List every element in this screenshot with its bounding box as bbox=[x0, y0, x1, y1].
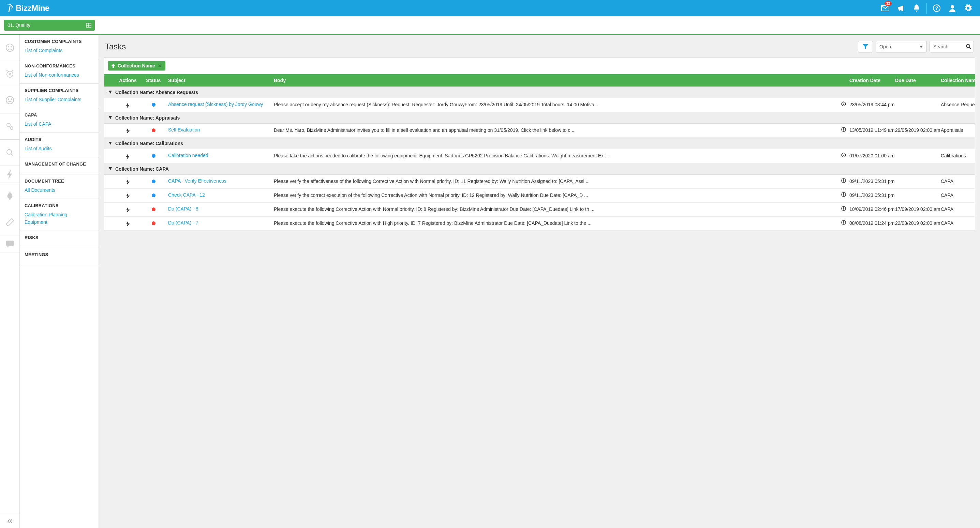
subject-link[interactable]: Check CAPA - 12 bbox=[168, 192, 205, 198]
svg-rect-29 bbox=[843, 194, 844, 196]
user-button[interactable] bbox=[945, 0, 960, 16]
collapse-icon bbox=[7, 519, 13, 523]
nav-link[interactable]: List of CAPA bbox=[25, 120, 94, 128]
magnifier-icon bbox=[5, 148, 14, 157]
row-action[interactable] bbox=[114, 152, 142, 159]
sidebar-icon-doctree[interactable] bbox=[0, 183, 19, 209]
group-by-remove[interactable]: ✕ bbox=[158, 63, 162, 68]
help-button[interactable]: ? bbox=[929, 0, 945, 16]
topbar: BizzMine 32 ? bbox=[0, 0, 980, 16]
svg-point-33 bbox=[843, 207, 844, 208]
sidebar-icon-capa[interactable] bbox=[0, 113, 19, 140]
messages-button[interactable]: 32 bbox=[877, 0, 893, 16]
sidebar-icon-risks[interactable]: ! bbox=[0, 235, 19, 252]
nav-link[interactable]: Calibration Planning bbox=[25, 211, 94, 218]
col-due-date[interactable]: Due Date bbox=[895, 78, 941, 83]
nav-section-title: SUPPLIER COMPLAINTS bbox=[25, 88, 94, 93]
user-icon bbox=[949, 5, 956, 12]
subject-link[interactable]: CAPA - Verify Effectiveness bbox=[168, 178, 226, 184]
info-icon[interactable] bbox=[841, 220, 846, 227]
table-row[interactable]: Do (CAPA) - 7Please execute the followin… bbox=[104, 217, 975, 231]
row-action[interactable] bbox=[114, 220, 142, 227]
body-text: Please verify the correct execution of t… bbox=[274, 192, 588, 198]
caret-down-icon bbox=[109, 167, 112, 170]
info-icon[interactable] bbox=[841, 206, 846, 212]
info-icon[interactable] bbox=[841, 192, 846, 198]
sidebar-icon-complaints[interactable] bbox=[0, 35, 19, 61]
nav-link[interactable]: List of Non-conformances bbox=[25, 71, 94, 79]
nav-link[interactable]: List of Audits bbox=[25, 145, 94, 152]
nav-section-title: NON-CONFORMANCES bbox=[25, 63, 94, 68]
brand-logo[interactable]: BizzMine bbox=[6, 3, 49, 13]
nav-section: NON-CONFORMANCESList of Non-conformances bbox=[20, 59, 99, 84]
info-icon[interactable] bbox=[841, 178, 846, 185]
row-action[interactable] bbox=[114, 101, 142, 108]
collection-name: Appraisals bbox=[941, 127, 975, 133]
table-row[interactable]: Do (CAPA) - 8Please execute the followin… bbox=[104, 203, 975, 217]
col-status[interactable]: Status bbox=[142, 78, 165, 83]
status-dot bbox=[152, 128, 156, 132]
row-action[interactable] bbox=[114, 206, 142, 213]
group-header[interactable]: Collection Name: CAPA bbox=[104, 163, 975, 175]
group-header[interactable]: Collection Name: Absence Requests bbox=[104, 87, 975, 98]
caret-down-icon bbox=[109, 142, 112, 145]
nav-link[interactable]: List of Complaints bbox=[25, 47, 94, 54]
sad-face-icon bbox=[5, 43, 14, 52]
group-header[interactable]: Collection Name: Appraisals bbox=[104, 112, 975, 124]
nav-link[interactable]: List of Supplier Complaints bbox=[25, 96, 94, 103]
table-row[interactable]: CAPA - Verify EffectivenessPlease verify… bbox=[104, 175, 975, 189]
sidebar-collapse-button[interactable] bbox=[0, 514, 19, 528]
svg-point-24 bbox=[843, 154, 844, 154]
col-body[interactable]: Body bbox=[271, 78, 850, 83]
svg-point-5 bbox=[8, 46, 9, 48]
row-action[interactable] bbox=[114, 127, 142, 134]
subject-link[interactable]: Calibration needed bbox=[168, 152, 208, 158]
sort-asc-icon bbox=[111, 64, 115, 68]
subject-link[interactable]: Self Evaluation bbox=[168, 127, 200, 133]
search-icon bbox=[966, 44, 971, 49]
bolt-icon bbox=[6, 170, 13, 179]
svg-rect-26 bbox=[843, 180, 844, 182]
filter-button[interactable] bbox=[858, 41, 873, 52]
sidebar-icon-supplier[interactable] bbox=[0, 87, 19, 113]
group-label: Collection Name: Absence Requests bbox=[115, 90, 198, 95]
group-label: Collection Name: Appraisals bbox=[115, 115, 180, 121]
collection-name: Calibrations bbox=[941, 152, 975, 159]
col-creation-date[interactable]: Creation Date bbox=[850, 78, 895, 83]
nav-link[interactable]: All Documents bbox=[25, 186, 94, 194]
sidebar-icon-nonconformances[interactable] bbox=[0, 61, 19, 87]
status-filter-dropdown[interactable]: Open bbox=[876, 41, 927, 52]
table-row[interactable]: Absence request (Sickness) by Jordy Gouw… bbox=[104, 98, 975, 112]
subject-link[interactable]: Absence request (Sickness) by Jordy Gouw… bbox=[168, 101, 263, 107]
group-by-chip[interactable]: Collection Name ✕ bbox=[108, 61, 165, 70]
svg-rect-32 bbox=[843, 208, 844, 210]
row-action[interactable] bbox=[114, 178, 142, 185]
col-subject[interactable]: Subject bbox=[165, 78, 271, 83]
subject-link[interactable]: Do (CAPA) - 7 bbox=[168, 220, 198, 225]
due-date: 17/09/2019 02:00 am bbox=[895, 206, 941, 212]
subject-link[interactable]: Do (CAPA) - 8 bbox=[168, 206, 198, 211]
creation-date: 01/07/2020 01:00 am bbox=[850, 152, 895, 159]
svg-text:!: ! bbox=[9, 241, 11, 245]
sidebar-icon-calibrations[interactable] bbox=[0, 209, 19, 235]
table-row[interactable]: Self EvaluationDear Ms. Yaro, BizzMine A… bbox=[104, 124, 975, 138]
nav-link[interactable]: Equipment bbox=[25, 218, 94, 226]
settings-button[interactable] bbox=[960, 0, 976, 16]
group-header[interactable]: Collection Name: Calibrations bbox=[104, 138, 975, 149]
notifications-button[interactable] bbox=[909, 0, 924, 16]
sidebar-icon-audits[interactable] bbox=[0, 140, 19, 166]
table-row[interactable]: Calibration neededPlease take the action… bbox=[104, 149, 975, 163]
announcements-button[interactable] bbox=[893, 0, 909, 16]
info-icon[interactable] bbox=[841, 127, 846, 133]
info-icon[interactable] bbox=[841, 152, 846, 159]
col-actions[interactable]: Actions bbox=[114, 78, 142, 83]
group-label: Collection Name: CAPA bbox=[115, 166, 169, 172]
table-row[interactable]: Check CAPA - 12Please verify the correct… bbox=[104, 189, 975, 203]
sidebar-icon-moc[interactable] bbox=[0, 166, 19, 183]
col-collection-name[interactable]: Collection Nam bbox=[941, 78, 975, 83]
info-icon[interactable] bbox=[841, 101, 846, 108]
row-action[interactable] bbox=[114, 192, 142, 199]
workspace-selector[interactable]: 01. Quality bbox=[4, 20, 95, 31]
svg-point-13 bbox=[7, 149, 11, 154]
status-dot bbox=[152, 221, 156, 225]
